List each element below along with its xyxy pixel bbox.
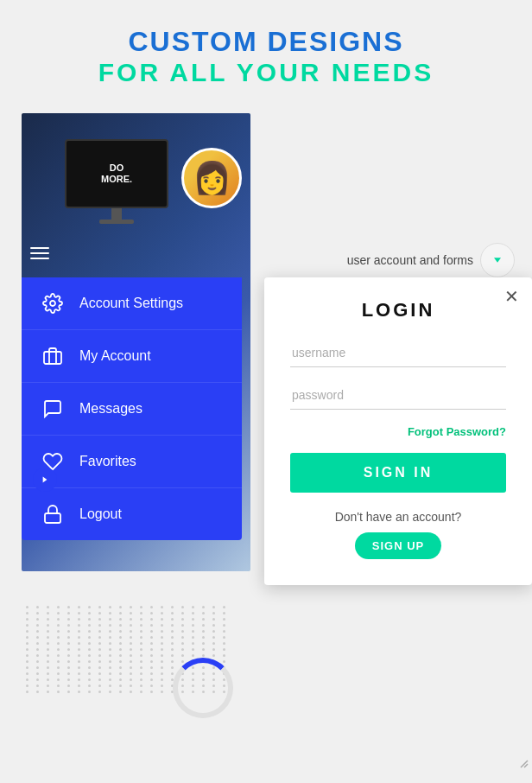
- dot: [47, 691, 49, 693]
- dot: [130, 642, 132, 645]
- login-title: LOGIN: [290, 299, 506, 321]
- dot: [47, 606, 49, 608]
- arrow-button[interactable]: [33, 468, 57, 492]
- dot: [67, 648, 70, 651]
- dot: [223, 612, 225, 614]
- svg-point-0: [50, 301, 55, 306]
- forgot-password-link[interactable]: Forgot Password?: [408, 425, 506, 438]
- dot: [88, 636, 91, 639]
- dot: [192, 648, 194, 651]
- sidebar-item-my-account[interactable]: My Account: [22, 330, 242, 383]
- dot: [130, 672, 132, 675]
- dot: [161, 630, 163, 633]
- dot: [78, 672, 80, 675]
- dot: [140, 678, 142, 681]
- dot: [202, 612, 205, 614]
- dot: [88, 630, 91, 633]
- dot: [47, 642, 49, 645]
- dot: [98, 642, 101, 645]
- dot: [161, 666, 163, 669]
- dot: [212, 648, 215, 651]
- resize-handle[interactable]: [519, 757, 532, 770]
- dot: [26, 618, 28, 621]
- dot: [78, 630, 80, 633]
- monitor-base: [99, 220, 134, 224]
- dot: [67, 684, 70, 687]
- sidebar-item-account-settings[interactable]: Account Settings: [22, 277, 242, 330]
- dot: [119, 612, 122, 614]
- dot: [119, 648, 122, 651]
- header: CUSTOM DESIGNS FOR ALL YOUR NEEDS: [0, 0, 532, 105]
- dot: [140, 660, 142, 663]
- dot: [78, 612, 80, 614]
- dot: [161, 648, 163, 651]
- dot: [26, 606, 28, 608]
- header-title-main: CUSTOM DESIGNS: [17, 26, 515, 58]
- dot: [109, 684, 111, 687]
- dot: [161, 691, 163, 693]
- no-account-text: Don't have an account?: [290, 510, 506, 524]
- dot: [88, 684, 91, 687]
- dot: [98, 666, 101, 669]
- dot: [119, 654, 122, 657]
- dot: [98, 648, 101, 651]
- dot: [212, 654, 215, 657]
- dot: [88, 612, 91, 614]
- dot: [67, 660, 70, 663]
- dot: [47, 624, 49, 627]
- dot: [57, 672, 60, 675]
- username-input[interactable]: [290, 339, 506, 367]
- dot: [140, 636, 142, 639]
- dot: [223, 624, 225, 627]
- dot: [98, 691, 101, 693]
- dot: [192, 630, 194, 633]
- sign-up-button[interactable]: SIGN UP: [355, 532, 441, 559]
- dot: [171, 648, 174, 651]
- dot: [47, 636, 49, 639]
- dot: [161, 624, 163, 627]
- sign-in-button[interactable]: SIGN IN: [290, 453, 506, 493]
- dot: [130, 678, 132, 681]
- password-input[interactable]: [290, 381, 506, 410]
- dot: [223, 654, 225, 657]
- dot: [98, 678, 101, 681]
- dot: [47, 618, 49, 621]
- dot: [109, 612, 111, 614]
- dot: [140, 630, 142, 633]
- dot: [57, 666, 60, 669]
- dot: [78, 606, 80, 608]
- svg-marker-3: [43, 476, 48, 482]
- dot: [161, 642, 163, 645]
- dot: [130, 660, 132, 663]
- avatar-emoji: 👩: [193, 160, 231, 196]
- hamburger-menu[interactable]: [30, 247, 49, 259]
- dot: [26, 691, 28, 693]
- tooltip-arrow-btn[interactable]: [480, 243, 515, 277]
- dot: [181, 660, 184, 663]
- dot: [181, 606, 184, 608]
- dot: [140, 654, 142, 657]
- dot: [88, 624, 91, 627]
- dot: [78, 636, 80, 639]
- dot: [57, 678, 60, 681]
- dot: [212, 642, 215, 645]
- modal-close-button[interactable]: ✕: [504, 288, 519, 305]
- sidebar-item-messages[interactable]: Messages: [22, 383, 242, 436]
- dot: [181, 618, 184, 621]
- dot: [36, 624, 39, 627]
- dot: [171, 654, 174, 657]
- dot: [36, 618, 39, 621]
- dot: [78, 691, 80, 693]
- svg-marker-4: [494, 258, 501, 262]
- monitor: DOMORE.: [65, 139, 168, 208]
- dot: [171, 618, 174, 621]
- dot: [150, 654, 153, 657]
- dot: [88, 618, 91, 621]
- dot: [88, 648, 91, 651]
- briefcase-icon: [39, 342, 66, 370]
- dot: [171, 666, 174, 669]
- sidebar-item-logout[interactable]: Logout: [22, 488, 242, 540]
- dot: [119, 624, 122, 627]
- dot: [78, 666, 80, 669]
- dot: [150, 691, 153, 693]
